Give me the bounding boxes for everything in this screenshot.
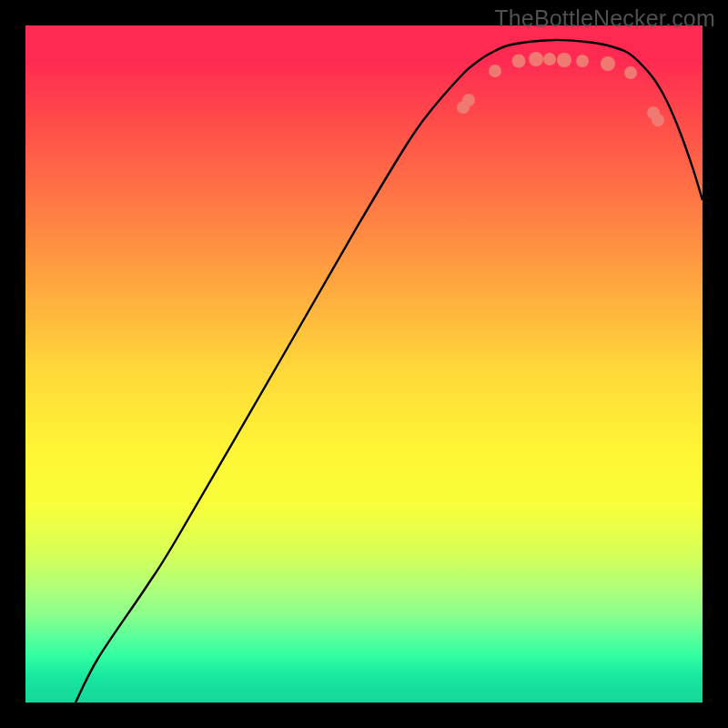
curve-marker — [512, 55, 526, 68]
watermark-label: TheBottleNecker.com — [494, 5, 715, 32]
curve-marker — [652, 114, 664, 126]
markers-group — [457, 52, 664, 126]
curve-marker — [576, 55, 589, 67]
curve-marker — [601, 56, 615, 71]
curve-marker — [529, 52, 543, 66]
curve-marker — [557, 53, 571, 67]
bottleneck-curve — [76, 40, 703, 703]
curve-marker — [624, 66, 637, 79]
curve-marker — [489, 65, 501, 77]
curve-marker — [462, 94, 475, 106]
plot-overlay — [25, 25, 703, 703]
chart-frame: TheBottleNecker.com — [0, 0, 728, 728]
curve-marker — [543, 53, 556, 66]
